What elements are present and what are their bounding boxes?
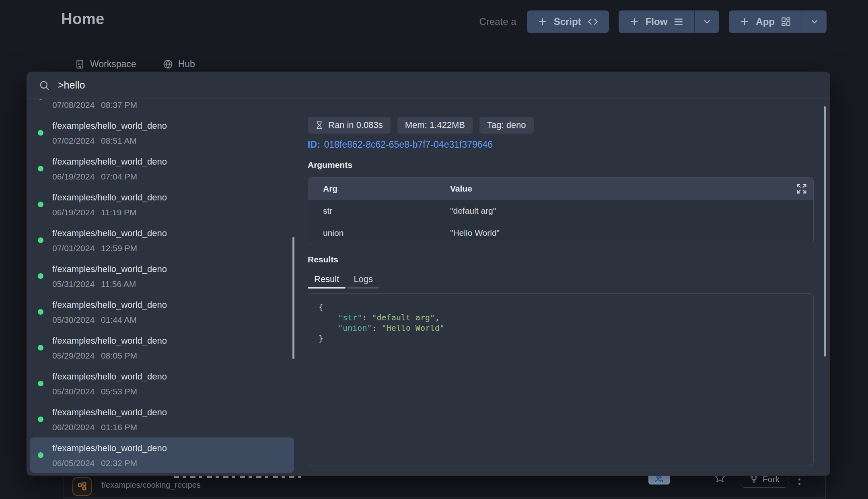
run-id-link[interactable]: 018fe862-8c62-65e8-b7f7-04e31f379646 — [324, 139, 493, 150]
create-flow-label: Flow — [646, 16, 668, 27]
code-token: , — [435, 313, 440, 322]
hourglass-icon — [315, 120, 323, 130]
background-row-path: f/examples/cooking_recipes — [101, 480, 201, 490]
run-timestamp: 07/08/202408:37 PM — [52, 100, 137, 110]
badge-label: Tag: deno — [487, 120, 526, 130]
create-flow-button[interactable]: Flow — [619, 10, 695, 33]
chevron-down-icon — [810, 17, 819, 27]
list-scrollbar[interactable] — [292, 237, 294, 359]
badge-label: Ran in 0.083s — [328, 120, 383, 130]
run-list-item[interactable]: f/examples/hello_world_deno06/19/202407:… — [27, 151, 295, 187]
run-list-item[interactable]: f/examples/hello_world_deno06/19/202411:… — [27, 187, 295, 223]
run-stat-badge: Mem: 1.422MB — [397, 117, 473, 134]
arg-value-cell: "default arg" — [450, 206, 496, 216]
expand-icon[interactable] — [796, 183, 807, 194]
badge-label: Mem: 1.422MB — [405, 120, 465, 130]
success-status-dot-icon — [38, 237, 43, 243]
run-list-item[interactable]: f/examples/hello_world_deno05/30/202405:… — [27, 366, 295, 402]
chevron-down-icon — [702, 17, 712, 27]
arguments-table-header: Arg Value — [308, 177, 813, 200]
tab-workspace[interactable]: Workspace — [75, 59, 136, 70]
run-date: 07/02/2024 — [52, 136, 95, 146]
result-json-viewer[interactable]: { "str": "default arg", "union": "Hello … — [308, 293, 814, 466]
run-time: 01:16 PM — [101, 423, 137, 432]
run-date: 06/20/2024 — [52, 423, 95, 432]
column-header-arg: Arg — [308, 184, 450, 194]
run-list-item[interactable]: f/examples/hello_world_deno05/31/202411:… — [27, 258, 295, 294]
code-token: : — [372, 323, 381, 333]
plus-icon — [739, 16, 750, 27]
create-script-label: Script — [554, 16, 581, 27]
run-path: f/examples/hello_world_deno — [52, 336, 167, 346]
detail-scrollbar[interactable] — [824, 106, 826, 357]
run-timestamp: 06/19/202411:19 PM — [52, 208, 136, 217]
run-badges: Ran in 0.083sMem: 1.422MBTag: deno — [308, 117, 534, 134]
page-title: Home — [61, 10, 105, 28]
results-title: Results — [308, 255, 338, 264]
run-list-item[interactable]: f/examples/hello_world_deno06/05/202402:… — [30, 437, 294, 473]
app-dropdown-button[interactable] — [802, 10, 827, 33]
run-path: f/examples/hello_world_deno — [52, 192, 167, 203]
run-time: 02:32 PM — [101, 458, 137, 468]
arguments-table: Arg Value str"default arg"union"Hello Wo… — [308, 177, 814, 244]
success-status-dot-icon — [38, 381, 43, 386]
flow-dropdown-button[interactable] — [694, 10, 719, 33]
run-id-row: ID: 018fe862-8c62-65e8-b7f7-04e31f379646 — [308, 139, 493, 150]
plus-icon — [629, 16, 640, 27]
create-flow-button-group: Flow — [619, 10, 720, 33]
arg-value-cell: "Hello World" — [450, 228, 500, 238]
run-path: f/examples/hello_world_deno — [52, 407, 167, 418]
run-list-item[interactable]: f/examples/hello_world_deno07/08/202408:… — [27, 99, 295, 115]
tab-hub[interactable]: Hub — [163, 59, 195, 70]
tab-result[interactable]: Result — [308, 273, 346, 288]
run-path: f/examples/hello_world_deno — [52, 371, 167, 382]
table-row: str"default arg" — [308, 200, 813, 222]
run-timestamp: 06/20/202401:16 PM — [52, 423, 137, 432]
run-list-item[interactable]: f/examples/hello_world_deno07/02/202408:… — [27, 115, 295, 151]
run-date: 06/19/2024 — [52, 172, 95, 181]
clipped-row-title — [174, 476, 306, 478]
run-stat-badge: Tag: deno — [479, 117, 534, 134]
code-token — [319, 313, 338, 322]
search-input[interactable] — [58, 79, 830, 91]
run-list-item[interactable]: f/examples/hello_world_deno05/30/202401:… — [27, 294, 295, 330]
success-status-dot-icon — [38, 99, 43, 100]
create-app-button[interactable]: App — [729, 10, 802, 33]
app-tile-icon — [72, 477, 92, 496]
table-border-left — [64, 476, 64, 499]
code-token: { — [319, 302, 323, 312]
run-list-item[interactable]: f/examples/hello_world_deno05/29/202408:… — [27, 330, 295, 366]
code-token: "union" — [338, 323, 372, 333]
run-stat-badge: Ran in 0.083s — [308, 117, 391, 134]
run-date: 05/30/2024 — [52, 387, 95, 396]
run-time: 07:04 PM — [101, 172, 137, 181]
arg-name-cell: str — [308, 206, 450, 216]
code-icon — [587, 16, 599, 27]
run-time: 08:05 PM — [101, 351, 137, 361]
run-list-item[interactable]: f/examples/hello_world_deno07/01/202412:… — [27, 223, 295, 258]
tab-label: Logs — [354, 274, 373, 285]
search-modal: f/examples/hello_world_deno07/08/202408:… — [27, 72, 830, 476]
create-script-button[interactable]: Script — [527, 10, 609, 33]
success-status-dot-icon — [38, 202, 43, 207]
kebab-menu-icon[interactable] — [798, 474, 800, 485]
table-border-right — [825, 476, 826, 499]
code-line: } — [319, 333, 803, 344]
create-app-button-group: App — [729, 10, 827, 33]
tab-underline — [347, 287, 379, 289]
success-status-dot-icon — [38, 166, 43, 171]
app-grid-icon — [781, 16, 791, 27]
run-list-item[interactable]: f/examples/hello_world_deno06/20/202401:… — [27, 402, 295, 437]
flow-icon — [673, 16, 684, 27]
run-date: 06/05/2024 — [52, 458, 95, 468]
success-status-dot-icon — [38, 452, 43, 458]
code-token: "default arg" — [372, 313, 435, 322]
create-toolbar: Create a Script Flow App — [479, 10, 827, 33]
run-timestamp: 07/02/202408:51 AM — [52, 136, 137, 146]
search-icon — [39, 80, 50, 91]
code-token: } — [319, 334, 323, 343]
tab-logs[interactable]: Logs — [347, 273, 379, 288]
code-line: "union": "Hello World" — [319, 323, 803, 333]
run-timestamp: 05/31/202411:56 AM — [52, 279, 136, 289]
modal-search-bar — [27, 72, 830, 99]
